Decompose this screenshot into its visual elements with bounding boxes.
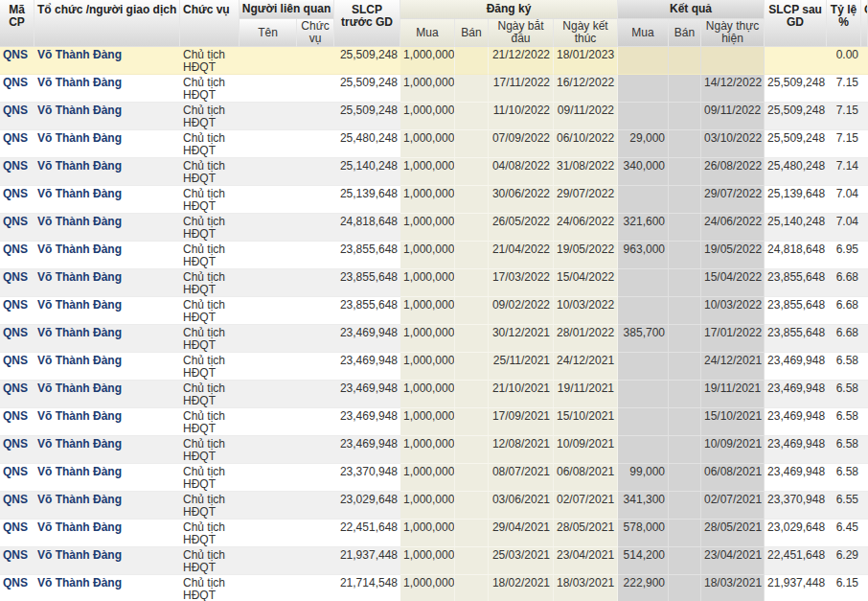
reg-sell-cell [455,520,489,547]
trader-name-link[interactable]: Võ Thành Đàng [34,47,180,75]
stock-code-link[interactable]: QNS [0,547,34,575]
reg-buy-cell: 1,000,000 [400,269,455,297]
ratio-cell: 6.58 [827,436,861,464]
trader-name-link[interactable]: Võ Thành Đàng [34,297,180,325]
position-cell: Chủ tịch HĐQT [180,492,240,520]
table-row[interactable]: QNSVõ Thành ĐàngChủ tịch HĐQT23,855,6481… [0,269,868,297]
shares-before-cell: 25,509,248 [334,75,400,103]
clipped-cell [861,242,868,269]
position-cell: Chủ tịch HĐQT [180,158,240,186]
shares-after-cell: 23,370,948 [765,492,827,520]
result-sell-cell [669,520,701,547]
clipped-cell [861,381,868,408]
trader-name-link[interactable]: Võ Thành Đàng [34,492,180,520]
related-position-cell [297,130,334,158]
reg-start-date-cell: 30/12/2021 [489,325,554,353]
reg-end-date-cell: 28/05/2021 [554,520,618,547]
trader-name-link[interactable]: Võ Thành Đàng [34,103,180,130]
trader-name-link[interactable]: Võ Thành Đàng [34,520,180,547]
stock-code-link[interactable]: QNS [0,47,34,75]
trader-name-link[interactable]: Võ Thành Đàng [34,186,180,214]
related-name-cell [240,492,297,520]
table-row[interactable]: QNSVõ Thành ĐàngChủ tịch HĐQT23,469,9481… [0,353,868,381]
shares-before-cell: 23,370,948 [334,464,400,492]
stock-code-link[interactable]: QNS [0,353,34,381]
table-row[interactable]: QNSVõ Thành ĐàngChủ tịch HĐQT25,509,2481… [0,47,868,75]
stock-code-link[interactable]: QNS [0,103,34,130]
table-row[interactable]: QNSVõ Thành ĐàngChủ tịch HĐQT23,855,6481… [0,242,868,269]
trader-name-link[interactable]: Võ Thành Đàng [34,353,180,381]
table-row[interactable]: QNSVõ Thành ĐàngChủ tịch HĐQT23,469,9481… [0,408,868,436]
stock-code-link[interactable]: QNS [0,297,34,325]
stock-code-link[interactable]: QNS [0,464,34,492]
group-header-related-person: Người liên quan [240,0,334,19]
stock-code-link[interactable]: QNS [0,158,34,186]
col-header-reg-buy: Mua [400,19,455,47]
result-date-cell [701,47,765,75]
trader-name-link[interactable]: Võ Thành Đàng [34,269,180,297]
trader-name-link[interactable]: Võ Thành Đàng [34,75,180,103]
result-sell-cell [669,158,701,186]
table-row[interactable]: QNSVõ Thành ĐàngChủ tịch HĐQT25,480,2481… [0,130,868,158]
stock-code-link[interactable]: QNS [0,269,34,297]
position-cell: Chủ tịch HĐQT [180,464,240,492]
stock-code-link[interactable]: QNS [0,242,34,269]
reg-start-date-cell: 03/06/2021 [489,492,554,520]
table-row[interactable]: QNSVõ Thành ĐàngChủ tịch HĐQT25,139,6481… [0,186,868,214]
stock-code-link[interactable]: QNS [0,408,34,436]
result-date-cell: 23/04/2021 [701,547,765,575]
trader-name-link[interactable]: Võ Thành Đàng [34,547,180,575]
table-row[interactable]: QNSVõ Thành ĐàngChủ tịch HĐQT23,469,9481… [0,325,868,353]
related-position-cell [297,381,334,408]
table-row[interactable]: QNSVõ Thành ĐàngChủ tịch HĐQT24,818,6481… [0,214,868,242]
related-name-cell [240,408,297,436]
table-row[interactable]: QNSVõ Thành ĐàngChủ tịch HĐQT22,451,6481… [0,520,868,547]
trader-name-link[interactable]: Võ Thành Đàng [34,575,180,601]
trader-name-link[interactable]: Võ Thành Đàng [34,436,180,464]
reg-sell-cell [455,492,489,520]
trader-name-link[interactable]: Võ Thành Đàng [34,130,180,158]
stock-code-link[interactable]: QNS [0,75,34,103]
trader-name-link[interactable]: Võ Thành Đàng [34,381,180,408]
table-row[interactable]: QNSVõ Thành ĐàngChủ tịch HĐQT25,140,2481… [0,158,868,186]
trader-name-link[interactable]: Võ Thành Đàng [34,242,180,269]
trader-name-link[interactable]: Võ Thành Đàng [34,214,180,242]
stock-code-link[interactable]: QNS [0,520,34,547]
result-sell-cell [669,436,701,464]
result-date-cell: 26/08/2022 [701,158,765,186]
table-row[interactable]: QNSVõ Thành ĐàngChủ tịch HĐQT21,937,4481… [0,547,868,575]
reg-start-date-cell: 09/02/2022 [489,297,554,325]
table-row[interactable]: QNSVõ Thành ĐàngChủ tịch HĐQT23,469,9481… [0,436,868,464]
stock-code-link[interactable]: QNS [0,214,34,242]
result-sell-cell [669,464,701,492]
stock-code-link[interactable]: QNS [0,436,34,464]
clipped-cell [861,520,868,547]
table-row[interactable]: QNSVõ Thành ĐàngChủ tịch HĐQT23,370,9481… [0,464,868,492]
stock-code-link[interactable]: QNS [0,325,34,353]
trader-name-link[interactable]: Võ Thành Đàng [34,408,180,436]
stock-code-link[interactable]: QNS [0,130,34,158]
table-row[interactable]: QNSVõ Thành ĐàngChủ tịch HĐQT25,509,2481… [0,103,868,130]
table-row[interactable]: QNSVõ Thành ĐàngChủ tịch HĐQT23,469,9481… [0,381,868,408]
position-cell: Chủ tịch HĐQT [180,381,240,408]
reg-start-date-cell: 07/09/2022 [489,130,554,158]
clipped-cell [861,297,868,325]
stock-code-link[interactable]: QNS [0,381,34,408]
stock-code-link[interactable]: QNS [0,575,34,601]
reg-buy-cell: 1,000,000 [400,158,455,186]
trader-name-link[interactable]: Võ Thành Đàng [34,464,180,492]
reg-buy-cell: 1,000,000 [400,103,455,130]
stock-code-link[interactable]: QNS [0,492,34,520]
table-row[interactable]: QNSVõ Thành ĐàngChủ tịch HĐQT21,714,5481… [0,575,868,601]
reg-buy-cell: 1,000,000 [400,297,455,325]
trader-name-link[interactable]: Võ Thành Đàng [34,158,180,186]
table-row[interactable]: QNSVõ Thành ĐàngChủ tịch HĐQT25,509,2481… [0,75,868,103]
related-position-cell [297,269,334,297]
reg-buy-cell: 1,000,000 [400,381,455,408]
table-row[interactable]: QNSVõ Thành ĐàngChủ tịch HĐQT23,855,6481… [0,297,868,325]
stock-code-link[interactable]: QNS [0,186,34,214]
table-row[interactable]: QNSVõ Thành ĐàngChủ tịch HĐQT23,029,6481… [0,492,868,520]
related-name-cell [240,242,297,269]
trader-name-link[interactable]: Võ Thành Đàng [34,325,180,353]
shares-before-cell: 23,469,948 [334,325,400,353]
